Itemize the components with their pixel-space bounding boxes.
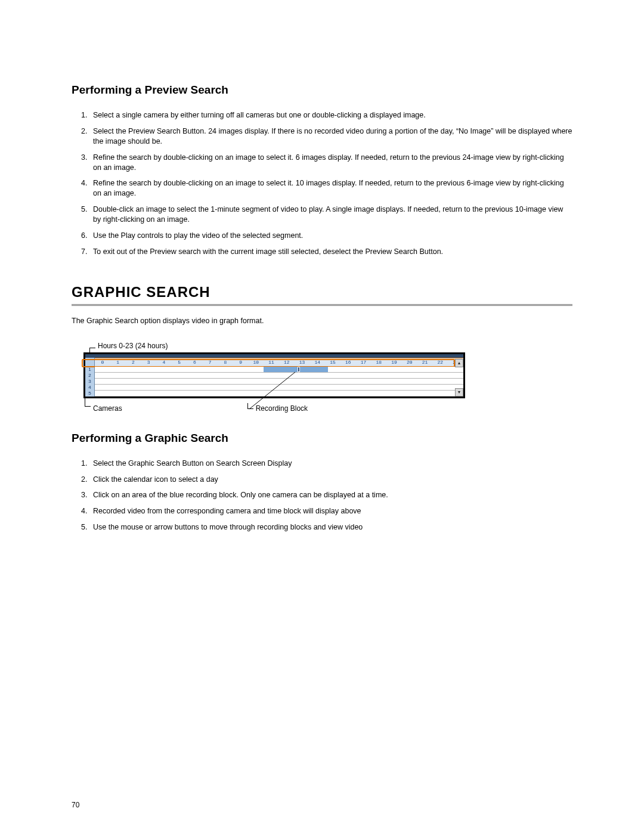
graphic-search-diagram: Hours 0-23 (24 hours) 012345678910111213… [83,342,561,414]
hour-cell: 4 [156,360,172,365]
hour-cell: 13 [295,360,310,365]
camera-row: 4 [85,385,463,391]
label-hours: Hours 0-23 (24 hours) [98,342,168,350]
scroll-up-button[interactable]: ▴ [455,359,463,367]
hour-cell: 18 [371,360,387,365]
hour-cell: 21 [417,360,433,365]
hour-cell: 10 [249,360,264,365]
camera-label: 4 [85,385,95,391]
hour-cell: 15 [325,360,340,365]
hour-cell: 2 [126,360,141,365]
hour-cell: 17 [356,360,371,365]
camera-row: 3 [85,379,463,385]
page-number: 70 [72,801,79,809]
camera-lane[interactable] [95,379,463,384]
camera-label: 1 [85,367,95,373]
camera-row: 5 [85,391,463,397]
hour-cell: 12 [279,360,295,365]
camera-lane[interactable] [95,367,463,372]
camera-label: 3 [85,379,95,385]
hour-cell: 22 [433,360,448,365]
scroll-down-button[interactable]: ▾ [455,388,463,397]
hour-cell: 7 [202,360,218,365]
camera-lane[interactable] [95,373,463,378]
label-cameras: Cameras [93,404,122,413]
hour-cell: 8 [218,360,233,365]
graphic-search-steps: Select the Graphic Search Button on Sear… [89,456,572,535]
camera-row: 1 [85,367,463,373]
camera-lane[interactable] [95,391,463,396]
recording-block[interactable] [264,367,328,372]
hour-cell: 6 [187,360,203,365]
list-item: Select the Preview Search Button. 24 ima… [89,123,572,150]
hour-cell: 16 [340,360,356,365]
hour-cell: 3 [141,360,156,365]
list-item: Select a single camera by either turning… [89,107,572,123]
heading-preview-search: Performing a Preview Search [72,83,572,97]
graphic-search-intro: The Graphic Search option displays video… [72,317,572,325]
list-item: Use the Play controls to play the video … [89,228,572,244]
label-recording-block: Recording Block [256,404,308,413]
heading-graphic-search: GRAPHIC SEARCH [72,284,572,301]
camera-label: 2 [85,373,95,379]
preview-search-steps: Select a single camera by either turning… [89,107,572,260]
list-item: Click on an area of the blue recording b… [89,487,572,503]
list-item: To exit out of the Preview search with t… [89,244,572,260]
list-item: Recorded video from the corresponding ca… [89,503,572,519]
hour-header-row: 01234567891011121314151617181920212223 [85,358,463,367]
heading-rule [72,304,572,306]
heading-performing-graphic-search: Performing a Graphic Search [72,432,572,445]
list-item: Click the calendar icon to select a day [89,472,572,488]
list-item: Refine the search by double-clicking on … [89,175,572,202]
hour-cell: 9 [233,360,249,365]
camera-row: 2 [85,373,463,379]
timeline-graphic: 01234567891011121314151617181920212223 1… [83,352,465,398]
hour-cell: 5 [172,360,187,365]
list-item: Use the mouse or arrow buttons to move t… [89,519,572,535]
hour-cell: 20 [402,360,417,365]
camera-label: 5 [85,391,95,397]
list-item: Select the Graphic Search Button on Sear… [89,456,572,472]
camera-lane[interactable] [95,385,463,390]
hour-cell: 1 [110,360,126,365]
hour-cell: 19 [386,360,402,365]
playhead-marker[interactable] [298,367,300,372]
hour-cell: 0 [95,360,110,365]
list-item: Refine the search by double-clicking on … [89,150,572,176]
list-item: Double-click an image to select the 1-mi… [89,202,572,228]
hour-cell: 11 [264,360,279,365]
hour-cell: 14 [310,360,326,365]
